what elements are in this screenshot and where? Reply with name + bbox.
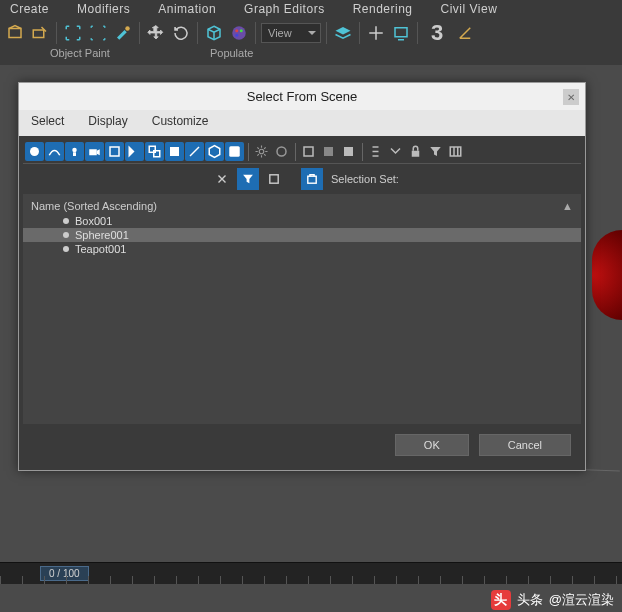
- watermark: 头 头条 @渲云渲染: [491, 590, 614, 610]
- svg-point-4: [235, 29, 238, 32]
- menu-modifiers[interactable]: Modifiers: [77, 2, 130, 16]
- svg-point-5: [240, 29, 243, 32]
- svg-rect-22: [412, 151, 420, 157]
- list-item[interactable]: Sphere001: [23, 228, 581, 242]
- filter-shape-icon[interactable]: [45, 142, 64, 161]
- view-toggle-button[interactable]: [263, 168, 285, 190]
- svg-point-9: [72, 148, 77, 153]
- toutiao-logo-icon: 头: [491, 590, 511, 610]
- find-button[interactable]: [237, 168, 259, 190]
- list-item-label: Sphere001: [75, 229, 129, 241]
- svg-point-6: [235, 34, 238, 37]
- list-header[interactable]: Name (Sorted Ascending) ▲: [23, 198, 581, 214]
- dialog-menu-display[interactable]: Display: [88, 114, 127, 128]
- filter-light-icon[interactable]: [65, 142, 84, 161]
- filter-container-icon[interactable]: [205, 142, 224, 161]
- list-item[interactable]: Teapot001: [23, 242, 581, 256]
- angle-snap-icon[interactable]: [454, 22, 476, 44]
- selection-set-bar: Selection Set:: [23, 164, 581, 194]
- svg-rect-25: [308, 176, 316, 183]
- selection-set-button[interactable]: [301, 168, 323, 190]
- display-flat-icon[interactable]: [319, 142, 338, 161]
- selection-set-label: Selection Set:: [331, 173, 399, 185]
- menu-civil-view[interactable]: Civil View: [441, 2, 498, 16]
- svg-rect-16: [229, 146, 240, 157]
- svg-rect-12: [110, 147, 119, 156]
- svg-point-17: [259, 149, 264, 154]
- filter-camera-icon[interactable]: [85, 142, 104, 161]
- dialog-title: Select From Scene: [247, 89, 358, 104]
- svg-rect-24: [270, 175, 278, 183]
- list-item-label: Teapot001: [75, 243, 126, 255]
- dialog-titlebar[interactable]: Select From Scene ✕: [19, 83, 585, 110]
- cancel-button[interactable]: Cancel: [479, 434, 571, 456]
- filter-funnel-icon[interactable]: [426, 142, 445, 161]
- filter-spacewarp-icon[interactable]: [125, 142, 144, 161]
- screen-icon[interactable]: [390, 22, 412, 44]
- svg-rect-1: [33, 30, 44, 38]
- dialog-menu: Select Display Customize: [19, 110, 585, 136]
- svg-point-18: [277, 147, 286, 156]
- toolbar-sublabels: Object Paint Populate: [0, 47, 622, 65]
- dialog-button-row: OK Cancel: [23, 424, 581, 466]
- geometry-icon: [63, 232, 69, 238]
- paint-brush-icon[interactable]: [112, 22, 134, 44]
- list-header-name: Name (Sorted Ascending): [31, 200, 157, 212]
- rotate-icon[interactable]: [170, 22, 192, 44]
- selection-brackets-icon[interactable]: [62, 22, 84, 44]
- close-icon[interactable]: ✕: [563, 89, 579, 105]
- sort-arrow-icon: ▲: [562, 200, 573, 212]
- display-wire-icon[interactable]: [299, 142, 318, 161]
- filter-frozen-icon[interactable]: [225, 142, 244, 161]
- filter-sphere-icon[interactable]: [25, 142, 44, 161]
- filter-helper-icon[interactable]: [105, 142, 124, 161]
- lock-icon[interactable]: [406, 142, 425, 161]
- axis-icon[interactable]: [365, 22, 387, 44]
- main-menu-bar: Create Modifiers Animation Graph Editors…: [0, 0, 622, 18]
- timeline[interactable]: 0 / 100: [0, 562, 622, 584]
- svg-rect-23: [450, 147, 461, 156]
- filter-xref-icon[interactable]: [165, 142, 184, 161]
- svg-point-8: [30, 147, 39, 156]
- menu-graph-editors[interactable]: Graph Editors: [244, 2, 325, 16]
- dialog-menu-customize[interactable]: Customize: [152, 114, 209, 128]
- ok-button[interactable]: OK: [395, 434, 469, 456]
- scene-object-red: [592, 230, 622, 320]
- dialog-menu-select[interactable]: Select: [31, 114, 64, 128]
- palette-icon[interactable]: [228, 22, 250, 44]
- geometry-icon: [63, 246, 69, 252]
- svg-point-3: [232, 26, 246, 40]
- timeline-ticks: [0, 576, 622, 584]
- filter-all-icon[interactable]: [272, 142, 291, 161]
- menu-create[interactable]: Create: [10, 2, 49, 16]
- filter-bone-icon[interactable]: [185, 142, 204, 161]
- filter-toolbar: [23, 140, 581, 164]
- collapse-icon[interactable]: [386, 142, 405, 161]
- svg-rect-10: [73, 152, 76, 156]
- svg-rect-20: [324, 147, 333, 156]
- watermark-handle: @渲云渲染: [549, 591, 614, 609]
- svg-rect-19: [304, 147, 313, 156]
- svg-rect-11: [89, 149, 97, 155]
- clear-search-button[interactable]: [211, 168, 233, 190]
- menu-rendering[interactable]: Rendering: [353, 2, 413, 16]
- columns-icon[interactable]: [446, 142, 465, 161]
- container-icon[interactable]: [4, 22, 26, 44]
- cube-icon[interactable]: [203, 22, 225, 44]
- move-icon[interactable]: [145, 22, 167, 44]
- layer-dropdown-icon[interactable]: [332, 22, 354, 44]
- svg-rect-0: [9, 29, 21, 38]
- dialog-body: Selection Set: Name (Sorted Ascending) ▲…: [19, 136, 585, 470]
- expand-icon[interactable]: [366, 142, 385, 161]
- menu-animation[interactable]: Animation: [158, 2, 216, 16]
- display-shaded-icon[interactable]: [339, 142, 358, 161]
- svg-rect-7: [395, 28, 407, 37]
- list-item[interactable]: Box001: [23, 214, 581, 228]
- filter-settings-icon[interactable]: [252, 142, 271, 161]
- view-dropdown[interactable]: View: [261, 23, 321, 43]
- edit-container-icon[interactable]: [29, 22, 51, 44]
- filter-group-icon[interactable]: [145, 142, 164, 161]
- populate-label: Populate: [210, 47, 253, 59]
- selection-brackets-dotted-icon[interactable]: [87, 22, 109, 44]
- 3d-snap-button[interactable]: 3: [423, 22, 451, 44]
